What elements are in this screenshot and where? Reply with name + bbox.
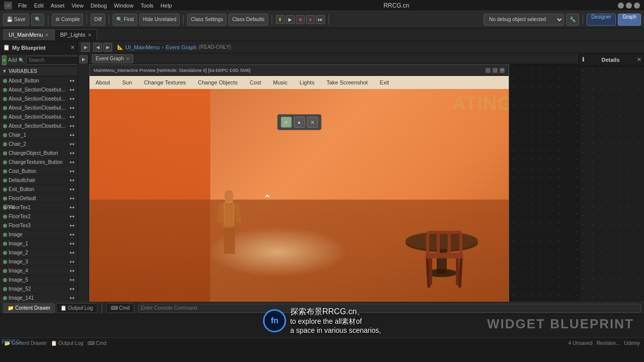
3d-viewport[interactable]: ☀ ● ✕ ATING [90, 89, 509, 302]
content-drawer-icon: 📁 [8, 305, 14, 311]
menu-about[interactable]: About [94, 78, 112, 86]
graph-area-right[interactable] [509, 64, 579, 302]
tab-cmd[interactable]: ⌨ Cmd [106, 303, 134, 313]
menu-help[interactable]: Help [157, 2, 175, 10]
menu-change-objects[interactable]: Change Objects [196, 78, 239, 86]
details-close-icon[interactable]: ✕ [637, 57, 641, 62]
skip-button[interactable]: ⏭ [316, 15, 325, 24]
panel-close-icon[interactable]: ✕ [70, 45, 74, 50]
list-item[interactable]: About_SectionClosebut... ●● [0, 113, 77, 122]
compile-button[interactable]: ⚙ Compile [52, 14, 84, 26]
list-item[interactable]: Exit_Button ●● [0, 185, 77, 194]
event-graph-collapse[interactable]: ▶ [79, 55, 88, 63]
breadcrumb-root[interactable]: UI_MainMenu [125, 44, 159, 50]
list-item[interactable]: FloorTex3 ●● [0, 221, 77, 230]
preview-minimize[interactable]: ─ [486, 68, 491, 73]
menu-take-screenshot[interactable]: Take Screenshot [325, 78, 370, 86]
list-item[interactable]: ChangeTextures_Button ●● [0, 158, 77, 167]
menu-music[interactable]: Music [271, 78, 290, 86]
debug-object-select[interactable]: No debug object selected [484, 14, 564, 26]
menu-cost[interactable]: Cost [248, 78, 263, 86]
browse-button[interactable]: 🔍 [31, 14, 44, 26]
list-item[interactable]: About_SectionClosebut... ●● [0, 85, 77, 95]
tab-close-icon[interactable]: ✕ [45, 32, 49, 38]
tab-content-drawer[interactable]: 📁 Content Drawer [3, 303, 55, 313]
menu-sun[interactable]: Sun [120, 78, 134, 86]
breadcrumb-child[interactable]: Event Graph [166, 44, 197, 50]
list-item[interactable]: Chair_2 ●● [0, 140, 77, 149]
list-item[interactable]: ChangeObject_Button ●● [0, 149, 77, 158]
nav-forward-button[interactable]: ▶ [103, 43, 112, 52]
menu-lights[interactable]: Lights [298, 78, 316, 86]
status-output-log[interactable]: 📋 Output Log [51, 340, 83, 346]
resume-button[interactable]: ▶ [286, 15, 295, 24]
nav-back-button[interactable]: ◀ [93, 43, 102, 52]
menu-debug[interactable]: Debug [88, 2, 110, 10]
designer-button[interactable]: Designer [587, 14, 616, 26]
preview-maximize[interactable]: □ [493, 68, 498, 73]
add-button[interactable]: + [2, 55, 7, 65]
status-content-drawer[interactable]: 📁 Content Drawer [4, 340, 47, 346]
diff-button[interactable]: Diff [91, 14, 105, 26]
light-tool-button[interactable]: ● [294, 117, 305, 128]
list-item[interactable]: Image_141 ●● [0, 294, 77, 302]
find-button[interactable]: 🔍 Find [113, 14, 137, 26]
graph-button[interactable]: Graph [618, 14, 641, 26]
list-item[interactable]: FloorTex2 ●● [0, 212, 77, 221]
menu-view[interactable]: View [68, 2, 87, 10]
event-graph-tab[interactable]: Event Graph ✕ [92, 54, 133, 63]
list-item[interactable]: Chair_1 ●● [0, 131, 77, 140]
class-settings-button[interactable]: Class Settings [187, 14, 226, 26]
close-button[interactable] [634, 3, 640, 9]
graph-area[interactable]: Event Graph ✕ MainMenu_Interactive Previ… [89, 53, 579, 302]
class-defaults-button[interactable]: Class Defaults [228, 14, 268, 26]
tab-output-log[interactable]: 📋 Output Log [56, 303, 97, 313]
list-item[interactable]: Cost_Button ●● [0, 167, 77, 176]
content-drawer-label: Content Drawer [15, 305, 50, 311]
chair-object [422, 227, 467, 293]
pause-button[interactable]: ⏸ [276, 15, 285, 24]
character-figure [215, 188, 243, 266]
event-graph-close-icon[interactable]: ✕ [126, 56, 130, 61]
list-item[interactable]: About_SectionClosebut... ●● [0, 104, 77, 113]
list-item[interactable]: About_Button ●● [0, 76, 77, 85]
console-command-input[interactable] [138, 304, 641, 313]
list-item[interactable]: Image_5 ●● [0, 276, 77, 285]
hide-unrelated-button[interactable]: Hide Unrelated [139, 14, 180, 26]
minimize-button[interactable] [618, 3, 624, 9]
list-item[interactable]: Image_52 ●● [0, 285, 77, 294]
list-item[interactable]: About_SectionClosebut... ●● [0, 95, 77, 104]
search-input[interactable] [26, 56, 78, 65]
status-bar: 📁 Content Drawer 📋 Output Log ⌨ Cmd 4 Un… [0, 337, 644, 348]
stop-button[interactable]: ■ [296, 15, 305, 24]
record-button[interactable]: ● [306, 15, 315, 24]
status-cmd[interactable]: ⌨ Cmd [88, 340, 107, 346]
tab-ui-mainmenu[interactable]: UI_MainMenu ✕ [3, 29, 54, 40]
menu-tools[interactable]: Tools [137, 2, 156, 10]
hide-label: Hide Unrelated [143, 17, 177, 22]
close-tool-button[interactable]: ✕ [307, 117, 318, 128]
preview-window[interactable]: MainMenu_Interactive Preview [NetMode: S… [89, 64, 509, 302]
menu-change-textures[interactable]: Change Textures [142, 78, 188, 86]
event-graph-tab-bar: Event Graph ✕ [89, 53, 579, 64]
menu-asset[interactable]: Asset [48, 2, 68, 10]
sun-tool-button[interactable]: ☀ [281, 117, 292, 128]
preview-close[interactable]: ✕ [500, 68, 505, 73]
list-item[interactable]: Image_1 ●● [0, 239, 77, 248]
menu-exit[interactable]: Exit [378, 78, 391, 86]
list-item[interactable]: Image_3 ●● [0, 257, 77, 266]
debug-tool-button[interactable]: 🔧 [566, 14, 579, 26]
tab-bp-lights[interactable]: BP_Lights ✕ [54, 29, 97, 40]
menu-file[interactable]: File [15, 2, 30, 10]
list-item[interactable]: Image ●● [0, 230, 77, 239]
menu-edit[interactable]: Edit [31, 2, 47, 10]
save-current-button[interactable]: 💾 Save [3, 14, 29, 26]
menu-window[interactable]: Window [111, 2, 136, 10]
maximize-button[interactable] [626, 3, 632, 9]
tab-close-icon[interactable]: ✕ [88, 32, 92, 38]
list-item[interactable]: Image_2 ●● [0, 248, 77, 257]
list-item[interactable]: Image_4 ●● [0, 266, 77, 276]
collapse-button[interactable]: ▶ [81, 43, 90, 52]
list-item[interactable]: Defaultchair ●● [0, 176, 77, 185]
list-item[interactable]: About_SectionClosebut... ●● [0, 122, 77, 131]
